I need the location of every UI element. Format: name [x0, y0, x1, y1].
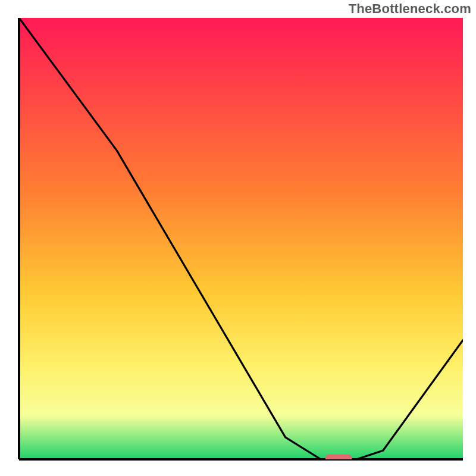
chart-svg	[0, 0, 476, 476]
chart-canvas: TheBottleneck.com	[0, 0, 476, 476]
gradient-background	[19, 18, 463, 459]
optimal-marker	[325, 455, 352, 462]
attribution-text: TheBottleneck.com	[349, 1, 471, 17]
